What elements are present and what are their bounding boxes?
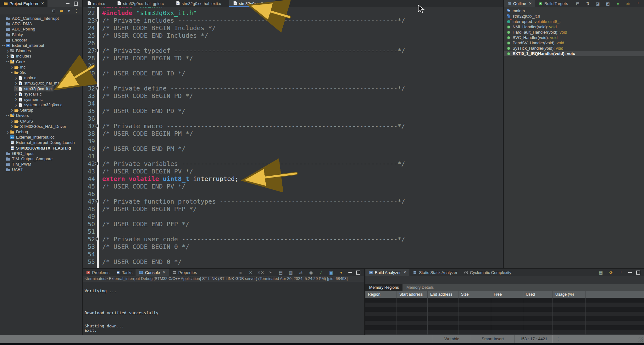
code-line-22[interactable]: 22#include "stm32g0xx_it.h" [83,9,503,17]
code-line-31[interactable]: 31 [83,77,503,85]
code-line-55[interactable]: 55/* USER CODE END 0 */ [83,258,503,266]
expander-icon[interactable]: ❯ [6,55,10,58]
code-line-53[interactable]: 53/* USER CODE BEGIN 0 */ [83,243,503,250]
editor-tab-main-c[interactable]: cmain.c [83,0,109,7]
code-line-34[interactable]: 34 [83,100,503,107]
sort-icon[interactable]: ⇅ [585,1,591,6]
open-console-icon[interactable]: ▣ [328,270,334,275]
word-wrap-icon[interactable]: ▥ [288,270,294,275]
expander-icon[interactable]: ❯ [10,66,14,68]
fold-marker-icon[interactable]: − [95,124,98,128]
outline-item-exti0-1-irqhandler-void-[interactable]: EXTI0_1_IRQHandler(void) : voic [504,51,644,56]
minimize-icon[interactable] [348,272,352,273]
console-output[interactable]: Verifying ... Download verified successf… [83,286,364,331]
close-icon[interactable]: ✕ [403,270,406,275]
outline-item-hardfault-handler-void-[interactable]: HardFault_Handler(void) : void [504,30,644,35]
new-console-icon[interactable]: ▾ [338,270,344,275]
code-line-23[interactable]: 23−/* Private includes -----------------… [83,17,503,24]
hide-static-icon[interactable]: ◩ [605,1,611,6]
fold-marker-icon[interactable]: − [95,49,98,52]
tree-item-stm32g070rbtx-flash-ld[interactable]: LDSTM32G070RBTX_FLASH.ld [0,145,82,151]
close-icon[interactable]: ✕ [269,1,272,6]
expander-icon[interactable]: ❯ [7,114,9,118]
code-line-50[interactable]: 50/* USER CODE END PFP */ [83,220,503,228]
tree-item-binaries[interactable]: ❯Binaries [0,48,82,53]
pin-console-icon[interactable]: ◉ [308,270,314,275]
tree-item-stm32g0xx-hal-msp-c[interactable]: ❯cstm32g0xx_hal_msp.c [0,80,82,86]
tab-project-explorer[interactable]: Project Explorer ✕ [0,0,47,7]
column-header-free[interactable]: Free [491,291,523,298]
tree-item-stm32g0xx-it-c[interactable]: ❯cstm32g0xx_it.c [0,86,82,91]
code-line-49[interactable]: 49 [83,213,503,220]
terminate-icon[interactable]: ■ [238,270,243,275]
tree-item-includes[interactable]: ❯hIncludes [0,53,82,59]
code-line-46[interactable]: 46 [83,190,503,198]
expander-icon[interactable]: ❯ [14,87,18,90]
tree-item-blinky[interactable]: Blinky [0,32,82,37]
code-line-39[interactable]: 39 [83,137,503,145]
code-line-43[interactable]: 43/* USER CODE BEGIN PV */ [83,167,503,175]
code-line-52[interactable]: 52−/* Private user code ----------------… [83,235,503,243]
tree-item-adc-continous-interrupt[interactable]: ADC_Continous_Interrupt [0,16,82,21]
expander-icon[interactable]: ❯ [14,98,18,101]
code-line-24[interactable]: 24/* USER CODE BEGIN Includes */ [83,24,503,32]
fold-marker-icon[interactable]: − [95,200,98,203]
code-line-51[interactable]: 51 [83,228,503,235]
tree-item-external-interrput-ioc[interactable]: MXExternal_interrput.ioc [0,134,82,140]
minimize-icon[interactable] [628,272,632,273]
fold-marker-icon[interactable]: − [95,162,98,165]
tab-problems[interactable]: Problems [83,269,113,276]
code-line-38[interactable]: 38/* USER CODE BEGIN PM */ [83,130,503,137]
tree-item-src[interactable]: ❯Src [0,70,82,75]
code-line-27[interactable]: 27−/* Private typedef ------------------… [83,47,503,54]
outline-item-systick-handler-void-[interactable]: SysTick_Handler(void) : void [504,46,644,51]
hide-non-public-icon[interactable]: ● [615,1,621,6]
subtab-memory-regions[interactable]: Memory Regions [365,284,402,291]
expander-icon[interactable]: ❯ [3,44,5,47]
export-icon[interactable]: ▦ [598,270,604,275]
tab-console[interactable]: Console✕ [136,269,169,276]
code-line-21[interactable]: 21#include "main.h" [83,7,503,9]
refresh-icon[interactable]: ⟳ [608,270,614,275]
column-header-end-address[interactable]: End address [428,291,458,298]
hide-fields-icon[interactable]: ◪ [595,1,601,6]
expander-icon[interactable]: ❯ [14,103,18,106]
expander-icon[interactable]: ❯ [14,93,18,96]
outline-item-nmi-handler-void-[interactable]: NMI_Handler(void) : void [504,24,644,30]
tree-item-startup[interactable]: ❯Startup [0,107,82,113]
tree-item-stm32g0xx-hal-driver[interactable]: ❯STM32G0xx_HAL_Driver [0,124,82,129]
tree-item-adc-dma[interactable]: ADC_DMA [0,21,82,26]
subtab-memory-details[interactable]: Memory Details [402,284,437,291]
code-line-37[interactable]: 37−/* Private macro --------------------… [83,122,503,130]
expander-icon[interactable]: ❯ [6,130,10,133]
collapse-all-icon[interactable]: ⊟ [51,8,57,14]
code-line-40[interactable]: 40/* USER CODE END PM */ [83,145,503,152]
code-line-28[interactable]: 28/* USER CODE BEGIN TD */ [83,54,503,62]
tab-properties[interactable]: Properties [169,269,200,276]
fold-marker-icon[interactable]: − [95,19,98,22]
code-line-48[interactable]: 48/* USER CODE BEGIN PFP */ [83,205,503,213]
expander-icon[interactable]: ❯ [6,49,10,52]
outline-item-main-h[interactable]: main.h [504,8,644,14]
expander-icon[interactable]: ❯ [10,120,14,123]
editor-tab-stm32g0xx-hal-exti-c[interactable]: cstm32g0xx_hal_exti.c [172,0,225,7]
tree-item-tim-pwm[interactable]: TIM_PWM [0,162,82,167]
maximize-icon[interactable] [74,2,78,6]
close-icon[interactable]: ✕ [41,1,44,6]
editor-tab-stm32g0xx-hal-gpio-c[interactable]: cstm32g0xx_hal_gpio.c [113,0,167,7]
expander-icon[interactable]: ❯ [10,109,14,112]
tree-item-external-interrput-debug-launch[interactable]: External_interrput Debug.launch [0,140,82,145]
code-line-41[interactable]: 41 [83,152,503,160]
show-stdout-icon[interactable]: ⇄ [298,270,304,275]
outline-item-pendsv-handler-void-[interactable]: PendSV_Handler(void) : void [504,40,644,46]
tab-static-stack-analyzer[interactable]: Static Stack Analyzer [409,269,460,276]
close-icon[interactable]: ✕ [163,270,166,275]
expander-icon[interactable]: ❯ [10,125,14,128]
code-line-47[interactable]: 47−/* Private function prototypes ------… [83,198,503,205]
tab-build-analyzer[interactable]: 01Build Analyzer✕ [365,269,409,276]
code-line-36[interactable]: 36 [83,115,503,122]
tree-item-encoder[interactable]: Encoder [0,37,82,43]
resize-grip[interactable] [638,337,643,342]
filter-icon[interactable]: ▼ [66,8,72,14]
column-header-used[interactable]: Used [523,291,553,298]
